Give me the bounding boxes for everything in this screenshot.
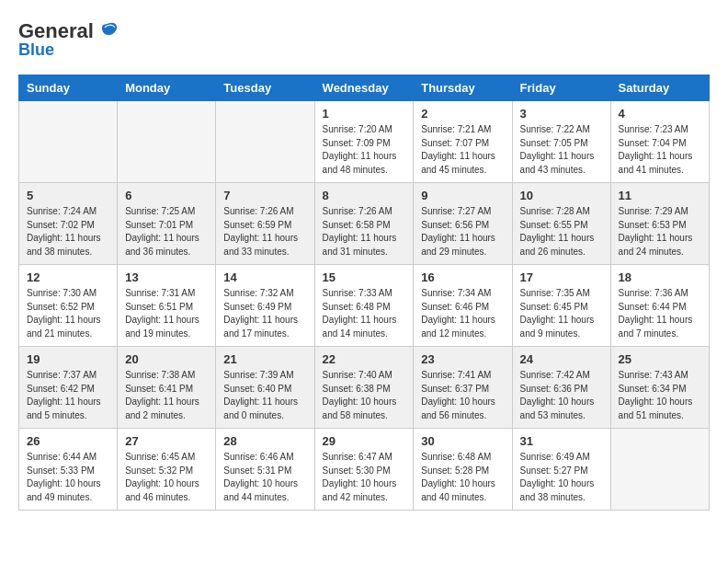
calendar-cell: 4Sunrise: 7:23 AM Sunset: 7:04 PM Daylig… [610,101,709,183]
weekday-header-tuesday: Tuesday [216,75,314,101]
day-info: Sunrise: 6:47 AM Sunset: 5:30 PM Dayligh… [323,451,406,504]
calendar-cell: 28Sunrise: 6:46 AM Sunset: 5:31 PM Dayli… [216,429,314,511]
day-info: Sunrise: 7:20 AM Sunset: 7:09 PM Dayligh… [323,123,406,177]
calendar-cell: 23Sunrise: 7:41 AM Sunset: 6:37 PM Dayli… [414,347,512,429]
day-info: Sunrise: 6:44 AM Sunset: 5:33 PM Dayligh… [27,451,109,504]
day-info: Sunrise: 7:26 AM Sunset: 6:59 PM Dayligh… [223,205,306,259]
day-info: Sunrise: 7:21 AM Sunset: 7:07 PM Dayligh… [421,123,504,177]
calendar-cell: 8Sunrise: 7:26 AM Sunset: 6:58 PM Daylig… [314,183,414,265]
calendar-week-row: 26Sunrise: 6:44 AM Sunset: 5:33 PM Dayli… [19,429,710,511]
day-number: 13 [125,270,208,284]
calendar-cell: 9Sunrise: 7:27 AM Sunset: 6:56 PM Daylig… [414,183,512,265]
calendar-cell: 3Sunrise: 7:22 AM Sunset: 7:05 PM Daylig… [512,101,610,183]
calendar-cell [118,101,216,183]
day-number: 14 [223,270,306,284]
weekday-header-saturday: Saturday [610,75,709,101]
day-number: 18 [619,270,701,284]
calendar-cell: 26Sunrise: 6:44 AM Sunset: 5:33 PM Dayli… [19,429,118,511]
day-number: 5 [27,189,109,202]
calendar-cell [216,101,314,183]
calendar-cell: 1Sunrise: 7:20 AM Sunset: 7:09 PM Daylig… [314,101,414,183]
day-info: Sunrise: 7:43 AM Sunset: 6:34 PM Dayligh… [619,369,701,422]
calendar-cell: 29Sunrise: 6:47 AM Sunset: 5:30 PM Dayli… [314,429,414,511]
day-info: Sunrise: 7:29 AM Sunset: 6:53 PM Dayligh… [619,205,701,259]
day-info: Sunrise: 6:48 AM Sunset: 5:28 PM Dayligh… [421,451,504,504]
calendar-cell: 19Sunrise: 7:37 AM Sunset: 6:42 PM Dayli… [19,347,118,429]
logo: General Blue [18,18,121,60]
day-number: 31 [520,434,603,448]
calendar-cell: 22Sunrise: 7:40 AM Sunset: 6:38 PM Dayli… [314,347,414,429]
day-info: Sunrise: 7:22 AM Sunset: 7:05 PM Dayligh… [520,123,603,177]
day-number: 27 [125,434,208,448]
day-number: 19 [27,352,109,366]
day-number: 4 [619,107,701,121]
calendar-cell: 24Sunrise: 7:42 AM Sunset: 6:36 PM Dayli… [512,347,610,429]
day-info: Sunrise: 7:25 AM Sunset: 7:01 PM Dayligh… [125,205,208,259]
day-info: Sunrise: 6:46 AM Sunset: 5:31 PM Dayligh… [223,451,306,504]
calendar-cell: 17Sunrise: 7:35 AM Sunset: 6:45 PM Dayli… [512,265,610,347]
page-header: General Blue [18,18,710,60]
day-info: Sunrise: 7:38 AM Sunset: 6:41 PM Dayligh… [125,369,208,422]
day-info: Sunrise: 7:40 AM Sunset: 6:38 PM Dayligh… [323,369,406,422]
day-info: Sunrise: 7:31 AM Sunset: 6:51 PM Dayligh… [125,287,208,340]
day-number: 17 [520,270,603,284]
calendar-week-row: 19Sunrise: 7:37 AM Sunset: 6:42 PM Dayli… [19,347,710,429]
day-number: 8 [323,189,406,202]
calendar-cell: 18Sunrise: 7:36 AM Sunset: 6:44 PM Dayli… [610,265,709,347]
day-number: 22 [323,352,406,366]
weekday-header-row: SundayMondayTuesdayWednesdayThursdayFrid… [19,75,710,101]
logo-bird-icon [96,18,121,44]
day-info: Sunrise: 7:37 AM Sunset: 6:42 PM Dayligh… [27,369,109,422]
weekday-header-wednesday: Wednesday [314,75,414,101]
day-number: 15 [323,270,406,284]
day-number: 7 [223,189,306,202]
day-info: Sunrise: 7:28 AM Sunset: 6:55 PM Dayligh… [520,205,603,259]
day-info: Sunrise: 6:45 AM Sunset: 5:32 PM Dayligh… [125,451,208,504]
calendar-cell [610,429,709,511]
weekday-header-sunday: Sunday [19,75,118,101]
day-info: Sunrise: 6:49 AM Sunset: 5:27 PM Dayligh… [520,451,603,504]
day-info: Sunrise: 7:27 AM Sunset: 6:56 PM Dayligh… [421,205,504,259]
weekday-header-friday: Friday [512,75,610,101]
calendar-week-row: 5Sunrise: 7:24 AM Sunset: 7:02 PM Daylig… [19,183,710,265]
calendar-cell: 7Sunrise: 7:26 AM Sunset: 6:59 PM Daylig… [216,183,314,265]
day-info: Sunrise: 7:33 AM Sunset: 6:48 PM Dayligh… [323,287,406,340]
day-number: 29 [323,434,406,448]
weekday-header-thursday: Thursday [414,75,512,101]
calendar-cell: 27Sunrise: 6:45 AM Sunset: 5:32 PM Dayli… [118,429,216,511]
calendar-table: SundayMondayTuesdayWednesdayThursdayFrid… [18,75,710,511]
day-info: Sunrise: 7:42 AM Sunset: 6:36 PM Dayligh… [520,369,603,422]
day-number: 11 [619,189,701,202]
day-number: 10 [520,189,603,202]
calendar-cell: 5Sunrise: 7:24 AM Sunset: 7:02 PM Daylig… [19,183,118,265]
calendar-cell: 11Sunrise: 7:29 AM Sunset: 6:53 PM Dayli… [610,183,709,265]
calendar-cell: 14Sunrise: 7:32 AM Sunset: 6:49 PM Dayli… [216,265,314,347]
calendar-cell: 10Sunrise: 7:28 AM Sunset: 6:55 PM Dayli… [512,183,610,265]
calendar-week-row: 12Sunrise: 7:30 AM Sunset: 6:52 PM Dayli… [19,265,710,347]
day-number: 9 [421,189,504,202]
day-info: Sunrise: 7:26 AM Sunset: 6:58 PM Dayligh… [323,205,406,259]
calendar-cell [19,101,118,183]
weekday-header-monday: Monday [118,75,216,101]
day-number: 1 [323,107,406,121]
day-number: 25 [619,352,701,366]
calendar-week-row: 1Sunrise: 7:20 AM Sunset: 7:09 PM Daylig… [19,101,710,183]
day-info: Sunrise: 7:36 AM Sunset: 6:44 PM Dayligh… [619,287,701,340]
calendar-cell: 20Sunrise: 7:38 AM Sunset: 6:41 PM Dayli… [118,347,216,429]
day-number: 28 [223,434,306,448]
calendar-cell: 13Sunrise: 7:31 AM Sunset: 6:51 PM Dayli… [118,265,216,347]
day-number: 2 [421,107,504,121]
calendar-cell: 6Sunrise: 7:25 AM Sunset: 7:01 PM Daylig… [118,183,216,265]
calendar-cell: 15Sunrise: 7:33 AM Sunset: 6:48 PM Dayli… [314,265,414,347]
day-number: 21 [223,352,306,366]
day-info: Sunrise: 7:30 AM Sunset: 6:52 PM Dayligh… [27,287,109,340]
day-number: 23 [421,352,504,366]
day-number: 16 [421,270,504,284]
day-number: 6 [125,189,208,202]
calendar-cell: 31Sunrise: 6:49 AM Sunset: 5:27 PM Dayli… [512,429,610,511]
day-number: 30 [421,434,504,448]
logo-text: General [18,20,94,42]
calendar-cell: 2Sunrise: 7:21 AM Sunset: 7:07 PM Daylig… [414,101,512,183]
day-info: Sunrise: 7:23 AM Sunset: 7:04 PM Dayligh… [619,123,701,177]
calendar-cell: 16Sunrise: 7:34 AM Sunset: 6:46 PM Dayli… [414,265,512,347]
